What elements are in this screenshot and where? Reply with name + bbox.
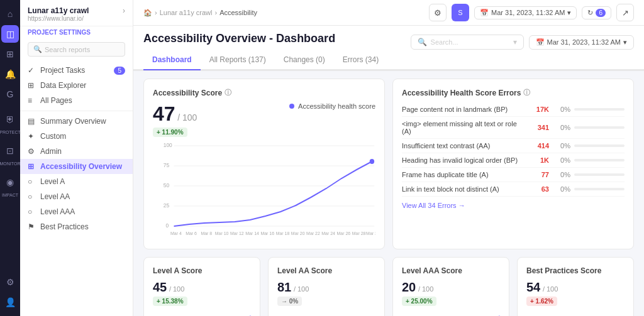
level-aa-max: / 100: [294, 285, 309, 293]
admin-icon: ⚙: [28, 147, 36, 156]
date-range-label: Mar 31, 2023, 11:32 AM: [491, 9, 565, 16]
sidebar: › Lunar a11y crawl https://www.lunar.io/…: [20, 0, 133, 316]
sync-icon: ↻: [587, 9, 593, 17]
sidebar-item-label: Admin: [40, 147, 62, 156]
sidebar-item-label: Level AAA: [40, 207, 75, 216]
sidebar-item-summary-overview[interactable]: ▤ Summary Overview: [20, 114, 133, 129]
accessibility-score-card: Accessibility Score ⓘ 47 / 100 + 11.90% …: [143, 79, 385, 249]
sidebar-item-label: Data Explorer: [40, 81, 86, 90]
chevron-icon2: ▾: [623, 38, 627, 46]
share-btn[interactable]: ↗: [616, 4, 634, 21]
tab-changes[interactable]: Changes (0): [275, 50, 334, 70]
app-name: Lunar a11y crawl: [28, 6, 125, 15]
check-icon: ✓: [28, 66, 36, 75]
errors-list: Page content not in landmark (BP) 17K 0%…: [402, 102, 625, 197]
refresh-btn[interactable]: 📅 Mar 31, 2023, 11:32 AM ▾: [474, 6, 577, 19]
best-practices-max: / 100: [543, 285, 558, 293]
grid-rail-icon[interactable]: ⊞: [1, 45, 19, 63]
search-text: Search...: [431, 38, 458, 46]
level-aaa-value: 20: [402, 280, 416, 294]
bell-rail-icon[interactable]: 🔔: [1, 65, 19, 83]
sidebar-item-level-aaa[interactable]: ○ Level AAA: [20, 204, 133, 219]
tab-errors[interactable]: Errors (34): [334, 50, 387, 70]
svg-point-10: [370, 159, 374, 164]
svg-text:Mar 20: Mar 20: [291, 231, 305, 236]
level-a-value: 45: [153, 280, 167, 294]
info-icon[interactable]: ⓘ: [225, 88, 231, 97]
date-picker[interactable]: 📅 Mar 31, 2023, 11:32 AM ▾: [529, 35, 634, 50]
sidebar-item-admin[interactable]: ⚙ Admin: [20, 144, 133, 159]
level-a-max: / 100: [169, 285, 184, 293]
user-rail-icon[interactable]: 👤: [1, 293, 19, 311]
level-aaa-max: / 100: [418, 285, 433, 293]
svg-text:Mar 30: Mar 30: [366, 231, 375, 236]
breadcrumb: 🏠 › Lunar a11y crawl › Accessibility: [143, 9, 424, 17]
sidebar-expand-btn[interactable]: ›: [123, 6, 125, 15]
date-label: Mar 31, 2023, 11:32 AM: [547, 38, 621, 46]
monitor-label: MONITOR: [0, 161, 20, 166]
protect-rail-icon[interactable]: ⛨: [1, 111, 19, 128]
level-aaa-title: Level AAA Score: [402, 266, 500, 275]
chevron-icon: ▾: [567, 9, 571, 17]
project-settings-link[interactable]: PROJECT SETTINGS: [20, 26, 133, 38]
score-chart-svg: 100 75 50 25 0: [153, 139, 375, 240]
home-rail-icon[interactable]: ⌂: [1, 5, 19, 23]
health-score-title: Accessibility Health Score Errors ⓘ: [402, 88, 625, 97]
svg-text:Mar 8: Mar 8: [201, 231, 212, 236]
sidebar-item-label: Level A: [40, 177, 65, 186]
header-inner: Accessibility Overview - Dashboard 🔍 Sea…: [133, 26, 644, 50]
sidebar-item-best-practices[interactable]: ⚑ Best Practices: [20, 219, 133, 234]
breadcrumb-crawl[interactable]: Lunar a11y crawl: [160, 9, 213, 16]
sync-badge: 6: [596, 9, 606, 17]
page-title: Accessibility Overview - Dashboard: [143, 32, 335, 45]
svg-text:Mar 18: Mar 18: [276, 231, 290, 236]
health-score-errors-card: Accessibility Health Score Errors ⓘ Page…: [392, 79, 634, 249]
calendar-icon2: 📅: [536, 38, 545, 46]
sidebar-item-level-a[interactable]: ○ Level A: [20, 174, 133, 189]
svg-text:50: 50: [164, 182, 169, 188]
breadcrumb-sep2: ›: [214, 9, 217, 16]
sidebar-item-project-tasks[interactable]: ✓ Project Tasks 5: [20, 63, 133, 78]
error-row: Link in text block not distinct (A) 63 0…: [402, 182, 625, 197]
error-bar: [574, 173, 625, 176]
summary-icon: ▤: [28, 117, 36, 126]
main-search-box[interactable]: 🔍 Search... ▾: [411, 35, 524, 50]
settings-rail-icon[interactable]: ⚙: [1, 273, 19, 291]
analytics-rail-icon[interactable]: G: [1, 85, 19, 103]
svg-text:100: 100: [164, 142, 172, 148]
sidebar-search[interactable]: 🔍 Search reports: [28, 42, 125, 57]
sidebar-item-all-pages[interactable]: ≡ All Pages: [20, 93, 133, 108]
error-row: Frame has duplicate title (A) 77 0%: [402, 168, 625, 182]
error-row: Heading has invalid logical order (BP) 1…: [402, 153, 625, 168]
breadcrumb-sep1: ›: [155, 9, 157, 16]
view-all-errors-btn[interactable]: View All 34 Errors →: [402, 202, 625, 209]
layers-rail-icon[interactable]: ◫: [1, 25, 19, 43]
sidebar-header: › Lunar a11y crawl https://www.lunar.io/: [20, 0, 133, 26]
sidebar-item-level-aa[interactable]: ○ Level AA: [20, 189, 133, 204]
home-breadcrumb[interactable]: 🏠: [143, 9, 152, 17]
error-bar: [574, 108, 625, 111]
svg-text:0: 0: [165, 222, 169, 229]
sync-btn[interactable]: ↻ 6: [582, 6, 611, 19]
circle-icon-aa: ○: [28, 192, 36, 201]
impact-rail-icon[interactable]: ◉: [1, 173, 19, 191]
nav-divider: [20, 111, 133, 111]
tab-all-reports[interactable]: All Reports (137): [201, 50, 275, 70]
svg-text:Mar 12: Mar 12: [230, 231, 244, 236]
sidebar-item-label: Custom: [40, 132, 66, 141]
best-practices-title: Best Practices Score: [526, 266, 625, 275]
tab-dashboard[interactable]: Dashboard: [143, 50, 201, 70]
impact-label: IMPACT: [2, 193, 18, 197]
level-a-chart: [153, 311, 251, 316]
svg-text:Mar 4: Mar 4: [170, 231, 182, 236]
info-icon2[interactable]: ⓘ: [523, 88, 530, 97]
sidebar-item-data-explorer[interactable]: ⊞ Data Explorer: [20, 78, 133, 93]
sidebar-item-custom[interactable]: ✦ Custom: [20, 129, 133, 144]
svg-text:Mar 26: Mar 26: [337, 231, 351, 236]
error-bar: [574, 188, 625, 190]
user-avatar-btn[interactable]: S: [452, 4, 469, 21]
svg-text:Mar 14: Mar 14: [245, 231, 259, 236]
monitor-rail-icon[interactable]: ⊡: [1, 142, 19, 160]
sidebar-item-accessibility-overview[interactable]: ⊞ Accessibility Overview: [20, 159, 133, 174]
settings-btn[interactable]: ⚙: [429, 4, 447, 21]
